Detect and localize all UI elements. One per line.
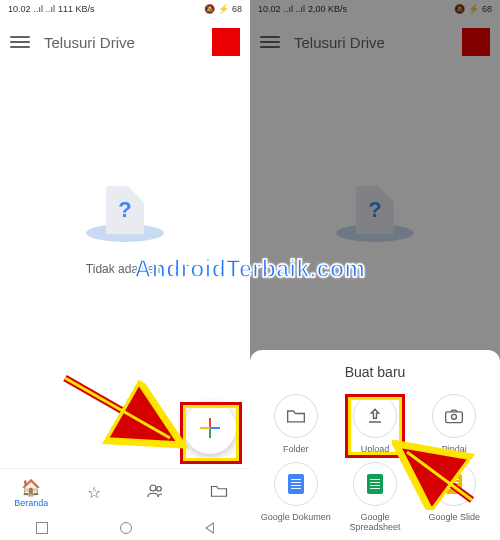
arrow-annotation bbox=[60, 370, 190, 460]
slides-icon bbox=[432, 462, 476, 506]
create-docs-label: Google Dokumen bbox=[261, 512, 331, 522]
hamburger-icon[interactable] bbox=[10, 36, 30, 48]
account-avatar[interactable] bbox=[212, 28, 240, 56]
create-scan-button[interactable]: Pindai bbox=[415, 394, 494, 454]
nav-home[interactable]: 🏠 Beranda bbox=[0, 469, 63, 516]
create-sheets-button[interactable]: Google Spreadsheet bbox=[335, 462, 414, 532]
status-time: 10.02 bbox=[8, 4, 31, 14]
create-slides-label: Google Slide bbox=[429, 512, 481, 522]
back-button[interactable] bbox=[205, 522, 214, 534]
folder-icon bbox=[210, 484, 228, 502]
sheet-title: Buat baru bbox=[256, 364, 494, 380]
mute-icon: 🔕 bbox=[204, 4, 215, 14]
svg-point-1 bbox=[157, 486, 162, 491]
nav-starred[interactable]: ☆ bbox=[63, 469, 126, 516]
search-input[interactable]: Telusuri Drive bbox=[40, 34, 202, 51]
status-signal: ..ıl ..ıl bbox=[34, 4, 56, 14]
empty-illustration: ? bbox=[80, 186, 170, 248]
nav-files[interactable] bbox=[188, 469, 251, 516]
create-slides-button[interactable]: Google Slide bbox=[415, 462, 494, 532]
top-bar: Telusuri Drive bbox=[0, 18, 250, 66]
create-folder-button[interactable]: Folder bbox=[256, 394, 335, 454]
status-bar: 10.02 ..ıl ..ıl 111 KB/s 🔕 ⚡ 68 bbox=[0, 0, 250, 18]
create-folder-label: Folder bbox=[283, 444, 309, 454]
status-net: 111 KB/s bbox=[58, 4, 95, 14]
status-battery: 68 bbox=[232, 4, 242, 14]
watermark-text: AndroidTerbaik.com bbox=[0, 256, 500, 283]
svg-point-5 bbox=[452, 414, 457, 419]
sheets-icon bbox=[353, 462, 397, 506]
question-icon: ? bbox=[106, 186, 144, 234]
svg-rect-4 bbox=[446, 412, 463, 423]
svg-line-3 bbox=[65, 378, 170, 438]
highlight-upload bbox=[345, 394, 405, 458]
folder-outline-icon bbox=[274, 394, 318, 438]
svg-line-2 bbox=[65, 378, 170, 438]
bottom-nav: 🏠 Beranda ☆ bbox=[0, 468, 250, 516]
camera-icon bbox=[432, 394, 476, 438]
system-nav bbox=[0, 516, 250, 540]
highlight-fab bbox=[180, 402, 242, 464]
star-icon: ☆ bbox=[87, 483, 101, 502]
create-scan-label: Pindai bbox=[442, 444, 467, 454]
svg-point-0 bbox=[150, 485, 156, 491]
nav-home-label: Beranda bbox=[14, 498, 48, 508]
home-button[interactable] bbox=[120, 522, 132, 534]
recents-button[interactable] bbox=[36, 522, 48, 534]
create-docs-button[interactable]: Google Dokumen bbox=[256, 462, 335, 532]
people-icon bbox=[147, 484, 165, 502]
docs-icon bbox=[274, 462, 318, 506]
nav-shared[interactable] bbox=[125, 469, 188, 516]
home-icon: 🏠 bbox=[21, 478, 41, 497]
create-sheets-label: Google Spreadsheet bbox=[335, 512, 414, 532]
battery-icon: ⚡ bbox=[218, 4, 229, 14]
